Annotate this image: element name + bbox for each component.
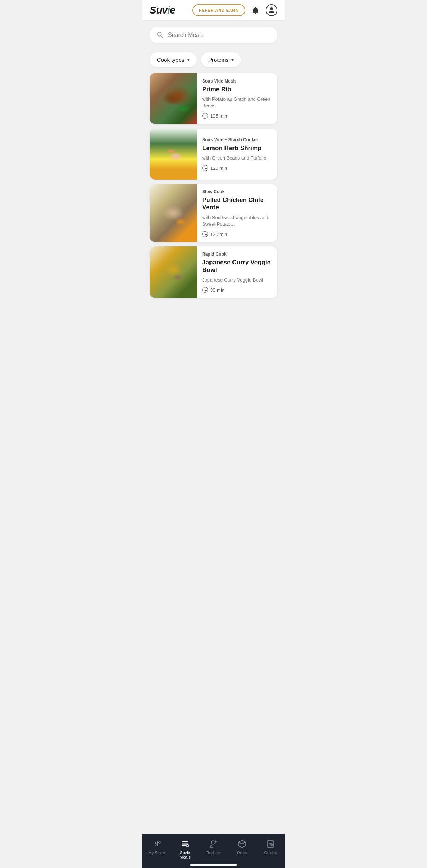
meal-info-4: Rapid Cook Japanese Curry Veggie Bowl Ja… [197, 246, 277, 298]
clock-icon-3 [202, 231, 208, 237]
clock-icon-2 [202, 165, 208, 171]
meal-duration-3: 120 min [210, 232, 227, 237]
cook-types-filter[interactable]: Cook types ▾ [150, 52, 197, 67]
meal-card-4[interactable]: Rapid Cook Japanese Curry Veggie Bowl Ja… [150, 246, 277, 298]
meal-time-2: 120 min [202, 165, 272, 171]
meal-duration-4: 30 min [210, 287, 224, 293]
meal-name-1: Prime Rib [202, 86, 272, 93]
meal-category-1: Sous Vide Meals [202, 79, 272, 84]
meal-description-3: with Southwest Vegetables and Sweet Pota… [202, 214, 272, 227]
notifications-button[interactable] [250, 4, 261, 16]
proteins-label: Proteins [208, 57, 228, 63]
meal-category-3: Slow Cook [202, 189, 272, 194]
header-actions: REFER AND EARN [192, 4, 277, 16]
meal-image-4 [150, 246, 197, 298]
clock-icon-4 [202, 287, 208, 293]
profile-avatar [266, 4, 277, 16]
meal-name-2: Lemon Herb Shrimp [202, 145, 272, 152]
filters-container: Cook types ▾ Proteins ▾ [142, 49, 285, 73]
bell-icon [251, 6, 260, 15]
meal-info-2: Sous Vide + Starch Cooker Lemon Herb Shr… [197, 129, 277, 180]
proteins-chevron-icon: ▾ [231, 57, 234, 62]
meal-description-1: with Potato au Gratin and Green Beans [202, 96, 272, 109]
meal-description-2: with Green Beans and Farfalle [202, 155, 272, 161]
refer-earn-button[interactable]: REFER AND EARN [192, 4, 245, 16]
search-bar [150, 27, 277, 43]
meal-name-3: Pulled Chicken Chile Verde [202, 196, 272, 211]
search-icon [156, 31, 164, 39]
meal-description-4: Japanese Curry Veggie Bowl [202, 277, 272, 283]
meal-category-2: Sous Vide + Starch Cooker [202, 137, 272, 142]
header: Suvie REFER AND EARN [142, 0, 285, 21]
search-container [142, 21, 285, 49]
meal-duration-1: 105 min [210, 113, 227, 119]
meal-time-4: 30 min [202, 287, 272, 293]
clock-icon-1 [202, 113, 208, 119]
cook-types-label: Cook types [157, 57, 184, 63]
meal-duration-2: 120 min [210, 165, 227, 171]
meal-time-3: 120 min [202, 231, 272, 237]
meal-info-3: Slow Cook Pulled Chicken Chile Verde wit… [197, 184, 277, 242]
search-input[interactable] [168, 32, 271, 38]
person-icon [268, 7, 275, 14]
proteins-filter[interactable]: Proteins ▾ [201, 52, 241, 67]
meal-image-1 [150, 73, 197, 124]
logo-accent: i [167, 4, 170, 16]
meal-category-4: Rapid Cook [202, 252, 272, 257]
meal-name-4: Japanese Curry Veggie Bowl [202, 259, 272, 274]
meal-time-1: 105 min [202, 113, 272, 119]
meal-image-3 [150, 184, 197, 242]
logo: Suvie [150, 4, 175, 16]
meal-info-1: Sous Vide Meals Prime Rib with Potato au… [197, 73, 277, 124]
meal-card-2[interactable]: Sous Vide + Starch Cooker Lemon Herb Shr… [150, 129, 277, 180]
meal-card-1[interactable]: Sous Vide Meals Prime Rib with Potato au… [150, 73, 277, 124]
profile-button[interactable] [266, 4, 277, 16]
meal-image-2 [150, 129, 197, 180]
cook-types-chevron-icon: ▾ [187, 57, 189, 62]
meal-card-3[interactable]: Slow Cook Pulled Chicken Chile Verde wit… [150, 184, 277, 242]
meals-container: Sous Vide Meals Prime Rib with Potato au… [142, 73, 285, 331]
